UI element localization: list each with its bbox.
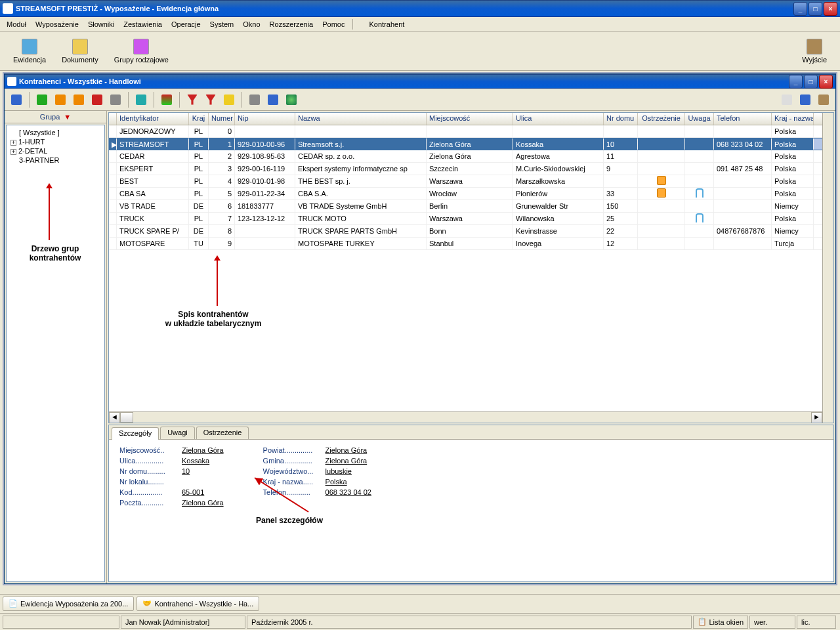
menu-operacje[interactable]: Operacje [167, 19, 205, 30]
task-kontrahenci[interactable]: 🤝Kontrahenci - Wszystkie - Ha... [136, 597, 259, 611]
col-header[interactable]: Kraj [189, 113, 209, 125]
col-header[interactable]: Kraj - nazwa [772, 113, 814, 125]
tree-item[interactable]: +2-DETAL [9, 146, 102, 156]
col-header[interactable]: Identyfikator [117, 113, 189, 125]
tab-ostrzezenie[interactable]: Ostrzeżenie [196, 427, 249, 439]
tbtn-users[interactable] [265, 92, 281, 108]
col-header[interactable]: Telefon [714, 113, 772, 125]
table-row[interactable]: CBA SAPL 5929-011-22-34 CBA S.A.Wrocław … [109, 188, 822, 200]
restore-button[interactable]: □ [808, 2, 822, 16]
tab-uwagi[interactable]: Uwagi [160, 427, 195, 439]
horizontal-scrollbar[interactable]: ◄ ► [109, 411, 822, 423]
tree-item[interactable]: 3-PARTNER [9, 156, 102, 165]
grid-body[interactable]: JEDNORAZOWYPL 0 Polska▶ STREAMSOFTPL 192… [109, 125, 822, 411]
child-restore-button[interactable]: □ [804, 75, 818, 89]
tbtn-sort[interactable] [159, 92, 175, 108]
grid-panel: IdentyfikatorKrajNumerNipNazwaMiejscowoś… [107, 111, 835, 583]
tbtn-export[interactable] [247, 92, 262, 108]
scroll-left-icon[interactable]: ◄ [109, 412, 120, 423]
col-header[interactable]: Ulica [513, 113, 604, 125]
tbtn-filter2[interactable] [203, 92, 219, 108]
tbtn-print[interactable] [108, 92, 123, 108]
tab-szczegoly[interactable]: Szczegóły [112, 427, 159, 440]
detail-value: Zielona Góra [182, 499, 224, 507]
tbtn-filter[interactable] [184, 92, 200, 108]
detail-label: Kod............... [119, 488, 182, 496]
table-row[interactable]: VB TRADEDE 6181833777 VB TRADE Systeme G… [109, 200, 822, 213]
tbtn-door-icon[interactable] [816, 92, 831, 108]
detail-body: Miejscowość..Zielona GóraUlica..........… [109, 440, 833, 581]
statusbar: Jan Nowak [Administrator] Październik 20… [0, 613, 840, 630]
detail-row: Nr lokalu........ [119, 478, 224, 486]
tbtn-edit[interactable] [52, 92, 68, 108]
detail-value: Zielona Góra [326, 457, 368, 465]
table-row[interactable]: TRUCK SPARE P/DE 8 TRUCK SPARE PARTS Gmb… [109, 225, 822, 238]
detail-value: lubuskie [326, 467, 352, 475]
tbtn-handshake[interactable] [221, 92, 237, 108]
detail-row: Gmina..............Zielona Góra [263, 457, 371, 465]
tbtn-add[interactable] [34, 92, 50, 108]
scroll-thumb[interactable] [120, 412, 133, 423]
detail-value: 65-001 [182, 488, 204, 496]
task-icon: 🤝 [142, 599, 152, 608]
tbtn-panel-icon[interactable] [797, 92, 813, 108]
table-row[interactable]: ▶ STREAMSOFTPL 1929-010-00-96 Streamsoft… [109, 138, 822, 150]
col-header[interactable]: Uwaga [685, 113, 714, 125]
tbtn-globe[interactable] [284, 92, 299, 108]
table-row[interactable]: MOTOSPARETU 9 MOTOSPARE TURKEYStanbul In… [109, 238, 822, 250]
detail-label: Gmina.............. [263, 457, 326, 465]
grid: IdentyfikatorKrajNumerNipNazwaMiejscowoś… [108, 112, 834, 423]
scroll-right-icon[interactable]: ► [811, 412, 822, 423]
status-lista[interactable]: 📋 Lista okien [693, 616, 748, 629]
col-header[interactable]: Numer [209, 113, 235, 125]
tree-expand-icon[interactable]: + [10, 140, 16, 146]
tree-item[interactable]: +1-HURT [9, 137, 102, 146]
vertical-scrollbar[interactable] [822, 113, 833, 423]
tbtn-delete[interactable] [89, 92, 105, 108]
table-row[interactable]: CEDARPL 2929-108-95-63 CEDAR sp. z o.o.Z… [109, 150, 822, 163]
child-toolbar [5, 89, 835, 111]
tb-ewidencja[interactable]: Ewidencja [5, 36, 54, 66]
child-close-button[interactable]: × [819, 75, 833, 89]
child-window: Kontrahenci - Wszystkie - Handlowi _ □ × [4, 74, 836, 584]
menu-modul[interactable]: Moduł [3, 19, 30, 30]
tree-item[interactable]: [ Wszystkie ] [9, 128, 102, 137]
tbtn-copy[interactable] [71, 92, 87, 108]
group-tree[interactable]: [ Wszystkie ]+1-HURT+2-DETAL3-PARTNER [6, 125, 105, 582]
menu-okno[interactable]: Okno [239, 19, 264, 30]
grid-header[interactable]: IdentyfikatorKrajNumerNipNazwaMiejscowoś… [109, 113, 822, 125]
menu-slowniki[interactable]: Słowniki [84, 19, 118, 30]
menu-kontrahent[interactable]: Kontrahent [365, 19, 408, 30]
tbtn-grid[interactable] [133, 92, 149, 108]
status-user: Jan Nowak [Administrator] [121, 616, 245, 629]
tree-header[interactable]: Grupa▼ [5, 111, 106, 123]
menu-zestawienia[interactable]: Zestawienia [119, 19, 166, 30]
mdi-area: Kontrahenci - Wszystkie - Handlowi _ □ × [3, 72, 837, 585]
menu-wyposazenie[interactable]: Wyposażenie [32, 19, 83, 30]
col-header[interactable]: Nazwa [295, 113, 427, 125]
table-row[interactable]: TRUCKPL 7123-123-12-12 TRUCK MOTOWarszaw… [109, 213, 822, 225]
tbtn-menu-icon[interactable] [779, 92, 795, 108]
child-title-text: Kontrahenci - Wszystkie - Handlowi [19, 77, 789, 85]
tbtn-view[interactable] [9, 92, 24, 108]
table-row[interactable]: JEDNORAZOWYPL 0 Polska [109, 125, 822, 138]
tb-grupy[interactable]: Grupy rodzajowe [106, 36, 177, 66]
menu-pomoc[interactable]: Pomoc [318, 19, 348, 30]
main-titlebar: STREAMSOFT PRESTIŻ - Wyposażenie - Ewide… [0, 0, 840, 17]
col-header[interactable]: Miejscowość [427, 113, 513, 125]
task-ewidencja[interactable]: 📄Ewidencja Wyposażenia za 200... [3, 597, 134, 611]
close-button[interactable]: × [824, 2, 837, 16]
tree-expand-icon[interactable]: + [10, 149, 16, 155]
col-header[interactable]: Nip [235, 113, 295, 125]
col-header[interactable]: Ostrzeżenie [638, 113, 685, 125]
child-minimize-button[interactable]: _ [789, 75, 803, 89]
minimize-button[interactable]: _ [793, 2, 807, 16]
menu-rozszerzenia[interactable]: Rozszerzenia [266, 19, 318, 30]
table-row[interactable]: EKSPERTPL 3929-00-16-119 Ekspert systemy… [109, 163, 822, 175]
task-icon: 📄 [9, 599, 18, 608]
tb-dokumenty[interactable]: Dokumenty [54, 36, 106, 66]
col-header[interactable]: Nr domu [604, 113, 638, 125]
table-row[interactable]: BESTPL 4929-010-01-98 THE BEST sp. j.War… [109, 175, 822, 188]
menu-system[interactable]: System [206, 19, 238, 30]
tb-wyjscie[interactable]: Wyjście [794, 36, 835, 66]
